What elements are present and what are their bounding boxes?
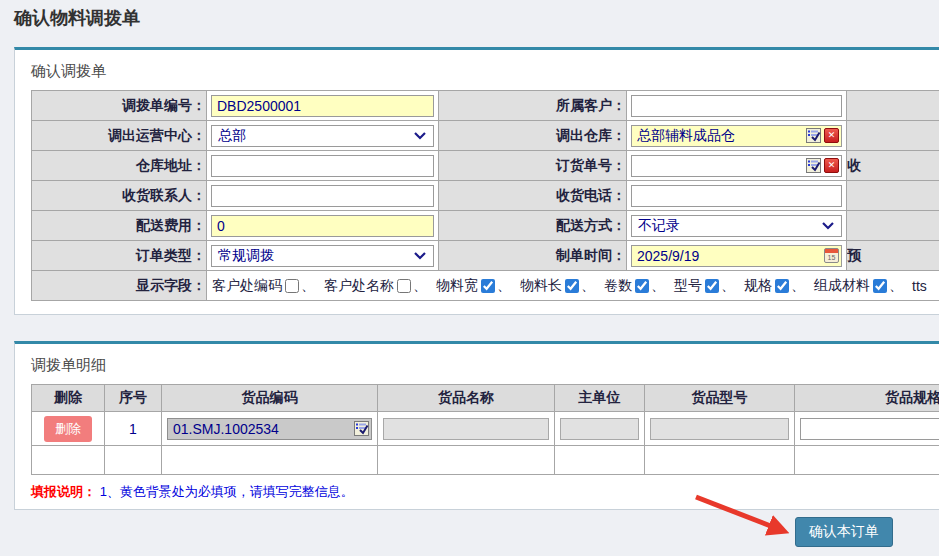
row-seq: 1 [105, 412, 162, 446]
detail-panel-title: 调拨单明细 [31, 356, 939, 375]
page-title: 确认物料调拨单 [14, 6, 140, 30]
empty-cell [162, 446, 378, 475]
item-spec-input[interactable] [801, 419, 939, 439]
empty-cell [105, 446, 162, 475]
detail-panel: 调拨单明细 删除 序号 货品编码 货品名称 主单位 货品型号 货品规格 删除 1 [14, 341, 939, 510]
fill-note-text: 1、黄色背景处为必填项，请填写完整信息。 [100, 484, 354, 499]
clipped-label-receive: 收 [847, 151, 939, 181]
create-time-input[interactable] [634, 246, 821, 266]
delivery-mode-select[interactable]: 不记录 [631, 215, 842, 237]
warehouse-addr-input[interactable] [214, 156, 431, 176]
empty-cell [645, 446, 795, 475]
option-label: 规格 [744, 277, 772, 295]
option-checkbox-model[interactable] [705, 279, 719, 293]
order-no-label: 调拨单编号： [32, 91, 207, 121]
header-item-name: 货品名称 [378, 385, 555, 412]
chevron-down-icon [413, 131, 427, 140]
option-label: tts [912, 278, 927, 294]
option-checkbox-spec[interactable] [775, 279, 789, 293]
clear-icon[interactable]: ✕ [824, 158, 839, 173]
owner-customer-input[interactable] [634, 96, 839, 116]
fill-note: 填报说明： 1、黄色背景处为必填项，请填写完整信息。 [31, 483, 939, 501]
label-cell-empty [847, 121, 939, 151]
option-checkbox-material-width[interactable] [481, 279, 495, 293]
delivery-mode-value: 不记录 [638, 217, 680, 235]
detail-header-row: 删除 序号 货品编码 货品名称 主单位 货品型号 货品规格 [32, 385, 939, 412]
option-checkbox-customer-code[interactable] [285, 279, 299, 293]
empty-cell [555, 446, 645, 475]
empty-cell [795, 446, 939, 475]
confirm-form-grid: 调拨单编号： 所属客户： 调出运营中心： 总部 调出仓库： ✕ [31, 90, 939, 301]
option-label: 物料长 [520, 277, 562, 295]
order-type-select[interactable]: 常规调拨 [211, 245, 434, 267]
label-cell-empty [847, 211, 939, 241]
picker-icon[interactable] [806, 128, 821, 143]
option-checkbox-customer-name[interactable] [397, 279, 411, 293]
label-cell-empty [847, 181, 939, 211]
option-checkbox-roll-count[interactable] [635, 279, 649, 293]
owner-customer-label: 所属客户： [439, 91, 627, 121]
chevron-down-icon [821, 221, 835, 230]
display-fields-options: 客户处编码、 客户处名称、 物料宽、 物料长、 卷数、 型号、 规格、 组成材料… [207, 277, 939, 295]
header-seq: 序号 [105, 385, 162, 412]
option-label: 物料宽 [436, 277, 478, 295]
order-ref-no-label: 订货单号： [439, 151, 627, 181]
label-cell-empty [847, 91, 939, 121]
header-delete: 删除 [32, 385, 105, 412]
order-type-label: 订单类型： [32, 241, 207, 271]
out-warehouse-label: 调出仓库： [439, 121, 627, 151]
delivery-mode-label: 配送方式： [439, 211, 627, 241]
calendar-icon[interactable]: 15 [824, 248, 839, 263]
order-no-input[interactable] [214, 96, 431, 116]
option-label: 卷数 [604, 277, 632, 295]
delivery-fee-label: 配送费用： [32, 211, 207, 241]
clear-icon[interactable]: ✕ [824, 128, 839, 143]
out-center-label: 调出运营中心： [32, 121, 207, 151]
detail-table: 删除 序号 货品编码 货品名称 主单位 货品型号 货品规格 删除 1 [31, 384, 939, 475]
detail-empty-row [32, 446, 939, 475]
picker-icon[interactable] [354, 421, 369, 436]
option-checkbox-component-material[interactable] [873, 279, 887, 293]
confirm-order-button[interactable]: 确认本订单 [795, 517, 893, 547]
option-label: 型号 [674, 277, 702, 295]
out-center-value: 总部 [218, 127, 246, 145]
header-item-code: 货品编码 [162, 385, 378, 412]
delete-row-button[interactable]: 删除 [44, 416, 92, 442]
receive-contact-label: 收货联系人： [32, 181, 207, 211]
option-checkbox-material-length[interactable] [565, 279, 579, 293]
header-item-spec: 货品规格 [795, 385, 939, 412]
detail-data-row: 删除 1 [32, 412, 939, 446]
main-unit-disabled-input [560, 418, 639, 440]
confirm-order-panel: 确认调拨单 调拨单编号： 所属客户： 调出运营中心： 总部 调出仓库： [14, 47, 939, 315]
header-main-unit: 主单位 [555, 385, 645, 412]
fill-note-label: 填报说明： [31, 484, 96, 499]
warehouse-addr-label: 仓库地址： [32, 151, 207, 181]
item-code-input[interactable] [170, 421, 351, 437]
option-label: 客户处编码 [212, 277, 282, 295]
confirm-panel-title: 确认调拨单 [31, 62, 939, 81]
receive-phone-label: 收货电话： [439, 181, 627, 211]
header-item-model: 货品型号 [645, 385, 795, 412]
empty-cell [378, 446, 555, 475]
display-fields-label: 显示字段： [32, 271, 207, 301]
receive-contact-input[interactable] [214, 186, 431, 206]
delivery-fee-input[interactable] [214, 216, 431, 236]
clipped-label-expect: 预 [847, 241, 939, 271]
order-ref-no-input[interactable] [634, 156, 803, 176]
item-name-disabled-input [383, 418, 549, 440]
receive-phone-input[interactable] [634, 186, 839, 206]
empty-cell [32, 446, 105, 475]
item-model-disabled-input [650, 418, 789, 440]
option-label: 客户处名称 [324, 277, 394, 295]
picker-icon[interactable] [806, 158, 821, 173]
create-time-label: 制单时间： [439, 241, 627, 271]
option-label: 组成材料 [814, 277, 870, 295]
out-center-select[interactable]: 总部 [211, 125, 434, 147]
out-warehouse-input[interactable] [634, 126, 803, 146]
order-type-value: 常规调拨 [218, 247, 274, 265]
chevron-down-icon [413, 251, 427, 260]
